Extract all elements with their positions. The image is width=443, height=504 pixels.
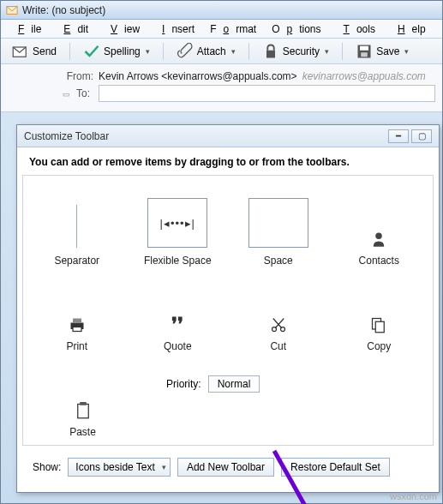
header-fields: From: Kevin Arrows <kevinarrows@appuals.… (1, 64, 442, 112)
to-row: ▭ To: (8, 85, 435, 102)
chevron-down-icon[interactable]: ▾ (404, 47, 409, 56)
item-cut[interactable]: Cut (231, 316, 326, 352)
save-label: Save (376, 45, 399, 57)
menubar: File Edit View Insert Format Options Too… (1, 20, 442, 39)
menu-options[interactable]: Options (265, 21, 327, 37)
item-copy[interactable]: Copy (332, 316, 426, 352)
show-mode-select[interactable]: Icons beside Text ▾ (68, 458, 171, 477)
check-icon (83, 43, 100, 60)
toolbar-separator (248, 43, 249, 60)
item-space[interactable]: Space (231, 198, 326, 267)
from-label: From: (8, 70, 93, 82)
item-quote[interactable]: ❜❜ Quote (130, 316, 224, 352)
toolbar-separator (342, 43, 343, 60)
toolbar-items-grid: Separator |◂•••▸| Flexible Space Space C… (22, 175, 434, 446)
item-label: Cut (270, 340, 286, 352)
from-address: Kevin Arrows <kevinarrows@appuals.com> (99, 70, 297, 82)
printer-icon (69, 316, 86, 333)
toolbar-separator (69, 43, 70, 60)
watermark: wsxdn.com (390, 491, 437, 501)
chevron-down-icon: ▾ (162, 463, 166, 471)
item-paste[interactable]: Paste (42, 402, 123, 438)
show-mode-value: Icons beside Text (75, 461, 155, 473)
dialog-body: You can add or remove items by dragging … (17, 147, 439, 446)
svg-rect-13 (376, 321, 385, 333)
from-row: From: Kevin Arrows <kevinarrows@appuals.… (8, 70, 435, 82)
minimize-button[interactable]: ━ (388, 129, 409, 143)
person-icon (370, 231, 387, 248)
send-label: Send (33, 45, 57, 57)
customize-toolbar-dialog: Customize Toolbar ━ ▢ You can add or rem… (16, 124, 440, 493)
item-label: Contacts (359, 255, 399, 267)
security-button[interactable]: Security ▾ (256, 40, 335, 63)
item-label: Separator (54, 255, 99, 267)
item-label: Copy (367, 340, 391, 352)
svg-point-6 (376, 233, 383, 240)
item-label: Paste (69, 426, 96, 438)
from-secondary: kevinarrows@appuals.com (302, 70, 426, 82)
to-input[interactable] (99, 85, 435, 102)
item-label: Space (264, 255, 293, 267)
restore-default-set-button[interactable]: Restore Default Set (281, 458, 390, 477)
save-button[interactable]: Save ▾ (350, 40, 415, 63)
priority-value[interactable]: Normal (208, 375, 260, 393)
item-flexible-space[interactable]: |◂•••▸| Flexible Space (130, 198, 224, 267)
save-icon (356, 43, 373, 60)
attach-label: Attach (197, 45, 226, 57)
chevron-down-icon[interactable]: ▾ (325, 47, 329, 56)
mail-icon (6, 4, 18, 16)
security-label: Security (283, 45, 320, 57)
svg-rect-5 (361, 52, 368, 57)
send-icon (12, 43, 29, 60)
lock-icon (262, 43, 279, 60)
item-label: Print (66, 340, 87, 352)
to-label[interactable]: To: (76, 87, 90, 99)
priority-label: Priority: (166, 378, 201, 390)
show-label: Show: (33, 461, 61, 473)
menu-file[interactable]: File (4, 21, 48, 37)
svg-rect-2 (266, 50, 275, 57)
toolbar-separator (163, 43, 164, 60)
dialog-titlebar: Customize Toolbar ━ ▢ (17, 125, 439, 147)
from-value[interactable]: Kevin Arrows <kevinarrows@appuals.com> k… (99, 70, 435, 82)
main-toolbar: Send Spelling ▾ Attach ▾ Security ▾ Save… (1, 39, 442, 64)
copy-icon (370, 316, 387, 333)
minus-icon[interactable]: ▭ (63, 90, 70, 99)
menu-help[interactable]: Help (384, 21, 433, 37)
send-button[interactable]: Send (6, 40, 63, 63)
item-print[interactable]: Print (30, 316, 124, 352)
maximize-button[interactable]: ▢ (411, 129, 432, 143)
separator-icon (76, 205, 77, 248)
item-priority[interactable]: Priority: Normal (166, 375, 260, 393)
menu-format[interactable]: Format (203, 21, 263, 37)
flexible-space-icon: |◂•••▸| (147, 198, 207, 248)
menu-insert[interactable]: Insert (148, 21, 201, 37)
svg-rect-8 (73, 319, 81, 323)
item-label: Flexible Space (144, 255, 212, 267)
menu-tools[interactable]: Tools (330, 21, 382, 37)
item-contacts[interactable]: Contacts (332, 231, 426, 267)
scissors-icon (270, 316, 287, 333)
menu-view[interactable]: View (97, 21, 147, 37)
chevron-down-icon[interactable]: ▾ (231, 47, 236, 56)
spelling-label: Spelling (104, 45, 141, 57)
spelling-button[interactable]: Spelling ▾ (77, 40, 156, 63)
dialog-bottom-bar: Show: Icons beside Text ▾ Add New Toolba… (33, 458, 423, 477)
svg-rect-15 (80, 402, 87, 405)
chevron-down-icon[interactable]: ▾ (146, 47, 150, 56)
window-titlebar: Write: (no subject) (1, 1, 442, 20)
svg-rect-4 (360, 45, 368, 50)
menu-edit[interactable]: Edit (50, 21, 95, 37)
clipboard-icon (75, 402, 92, 419)
space-icon (248, 198, 308, 248)
item-label: Quote (164, 340, 192, 352)
compose-window: Write: (no subject) File Edit View Inser… (0, 0, 443, 504)
dialog-title: Customize Toolbar (24, 130, 109, 142)
svg-rect-9 (73, 327, 81, 332)
paperclip-icon (177, 43, 194, 60)
quote-icon: ❜❜ (169, 316, 186, 333)
attach-button[interactable]: Attach ▾ (171, 40, 242, 63)
item-separator[interactable]: Separator (30, 205, 124, 267)
add-new-toolbar-button[interactable]: Add New Toolbar (177, 458, 274, 477)
svg-rect-14 (77, 405, 88, 418)
